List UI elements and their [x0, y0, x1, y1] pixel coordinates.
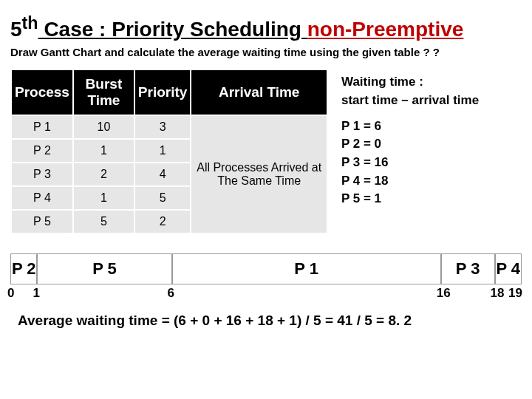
- cell-priority: 2: [134, 210, 191, 233]
- gantt-segment: P 2: [10, 253, 37, 284]
- cell-burst: 5: [73, 210, 134, 233]
- col-process: Process: [11, 69, 73, 115]
- cell-priority: 5: [134, 186, 191, 210]
- table-row: P 1 10 3 All Processes Arrived at The Sa…: [11, 115, 327, 139]
- cell-burst: 10: [73, 115, 134, 139]
- cell-process: P 3: [11, 163, 73, 186]
- average-waiting-time: Average waiting time = (6 + 0 + 16 + 18 …: [18, 313, 522, 329]
- col-arrival: Arrival Time: [191, 69, 327, 115]
- col-burst: Burst Time: [73, 69, 134, 115]
- col-priority: Priority: [134, 69, 191, 115]
- gantt-tick: 1: [33, 286, 39, 301]
- slide-title: 5th Case : Priority Scheduling non-Preem…: [10, 13, 522, 41]
- cell-priority: 3: [134, 115, 191, 139]
- notes-line: P 4 = 18: [341, 172, 479, 191]
- cell-process: P 4: [11, 186, 73, 210]
- cell-burst: 1: [73, 186, 134, 210]
- cell-arrival-merged: All Processes Arrived at The Same Time: [191, 115, 327, 233]
- table-header-row: Process Burst Time Priority Arrival Time: [11, 69, 327, 115]
- notes-formula: start time – arrival time: [341, 92, 479, 110]
- gantt-tick: 0: [7, 286, 14, 301]
- cell-burst: 2: [73, 163, 134, 186]
- cell-process: P 2: [11, 139, 73, 163]
- cell-process: P 5: [11, 210, 73, 233]
- notes-line: P 2 = 0: [341, 135, 479, 154]
- cell-priority: 4: [134, 163, 191, 186]
- cell-burst: 1: [73, 139, 134, 163]
- notes-heading: Waiting time :: [341, 73, 479, 92]
- gantt-tick: 19: [508, 286, 522, 301]
- waiting-time-notes: Waiting time : start time – arrival time…: [341, 69, 479, 234]
- gantt-segment: P 1: [172, 253, 441, 284]
- title-num: 5: [10, 18, 22, 41]
- title-main: Case : Priority Scheduling: [38, 18, 307, 41]
- title-highlight: non-Preemptive: [307, 18, 464, 41]
- content-row: Process Burst Time Priority Arrival Time…: [10, 69, 522, 234]
- title-sup: th: [22, 13, 38, 33]
- notes-line: P 5 = 1: [341, 190, 479, 208]
- cell-priority: 1: [134, 139, 191, 163]
- subtitle: Draw Gantt Chart and calculate the avera…: [10, 46, 522, 58]
- process-table: Process Burst Time Priority Arrival Time…: [10, 69, 328, 234]
- gantt-segment: P 5: [37, 253, 171, 284]
- notes-line: P 1 = 6: [341, 117, 479, 136]
- gantt-segment: P 4: [495, 253, 522, 284]
- gantt-tick: 16: [437, 286, 451, 301]
- gantt-tick: 18: [491, 286, 505, 301]
- gantt-chart: P 2P 5P 1P 3P 4 016161819: [10, 253, 522, 301]
- notes-line: P 3 = 16: [341, 154, 479, 172]
- cell-process: P 1: [11, 115, 73, 139]
- gantt-segment: P 3: [441, 253, 495, 284]
- gantt-tick: 6: [168, 286, 174, 301]
